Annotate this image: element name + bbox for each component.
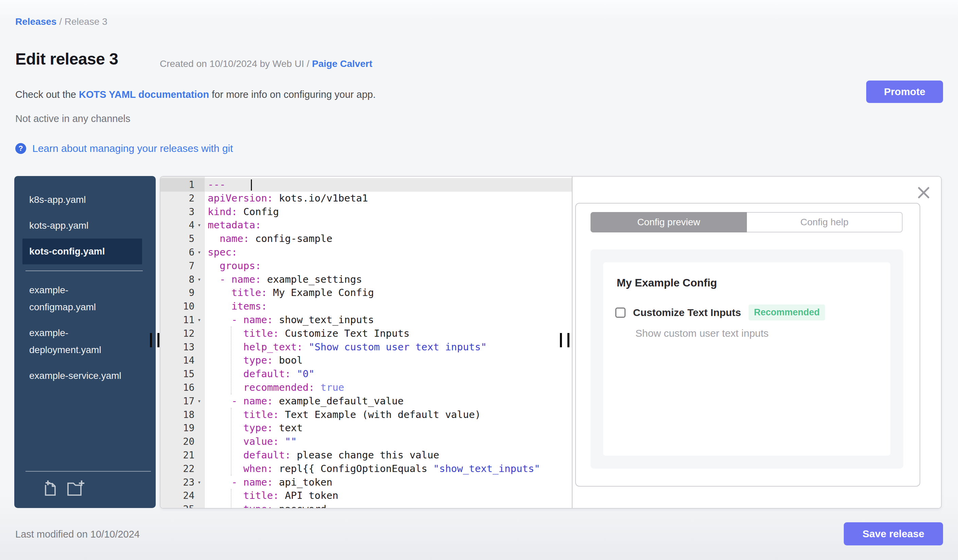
- code-line-text: name: config-sample: [205, 232, 572, 246]
- kots-yaml-docs-link[interactable]: KOTS YAML documentation: [79, 89, 209, 100]
- close-icon[interactable]: [917, 185, 931, 200]
- release-editor-page: Releases / Release 3 Edit release 3 Crea…: [0, 0, 958, 560]
- release-byline: Created on 10/10/2024 by Web UI / Paige …: [160, 59, 372, 69]
- code-line[interactable]: 16 recommended: true: [160, 381, 572, 394]
- code-line[interactable]: 1---: [160, 178, 572, 191]
- line-number: 17▾: [160, 394, 205, 408]
- line-number: 2: [160, 191, 205, 205]
- code-line[interactable]: 6▾spec:: [160, 246, 572, 259]
- fold-arrow-icon[interactable]: ▾: [195, 218, 203, 232]
- code-line[interactable]: 5 name: config-sample: [160, 232, 572, 246]
- line-number: 10: [160, 300, 205, 313]
- file-tree-item[interactable]: example- configmap.yaml: [14, 277, 148, 320]
- code-line[interactable]: 20 value: "": [160, 435, 572, 449]
- config-group-card: My Example Config Customize Text Inputs …: [603, 262, 890, 456]
- code-line[interactable]: 24 title: API token: [160, 489, 572, 503]
- fold-arrow-icon[interactable]: ▾: [195, 313, 203, 327]
- tab-config-help[interactable]: Config help: [747, 212, 902, 233]
- code-line[interactable]: 10 items:: [160, 300, 572, 313]
- file-tree-footer: [14, 472, 156, 508]
- git-releases-link[interactable]: Learn about managing your releases with …: [32, 143, 233, 154]
- code-line[interactable]: 4▾metadata:: [160, 218, 572, 232]
- file-tree-divider: [25, 271, 143, 271]
- add-folder-icon[interactable]: [67, 480, 86, 498]
- line-number: 20: [160, 435, 205, 449]
- code-line-text: type: password: [205, 503, 572, 508]
- code-line[interactable]: 25 type: password: [160, 503, 572, 508]
- line-number: 24: [160, 489, 205, 503]
- fold-arrow-icon[interactable]: ▾: [195, 246, 203, 259]
- config-item-row: Customize Text Inputs Recommended: [615, 304, 825, 320]
- code-line[interactable]: 18 title: Text Example (with default val…: [160, 408, 572, 422]
- code-line[interactable]: 9 title: My Example Config: [160, 286, 572, 300]
- editor-preview-drag-handle[interactable]: [560, 333, 570, 347]
- breadcrumb-releases-link[interactable]: Releases: [15, 16, 56, 27]
- file-tree-item[interactable]: kots-app.yaml: [14, 213, 148, 239]
- line-number: 16: [160, 381, 205, 394]
- promote-button[interactable]: Promote: [866, 81, 943, 103]
- line-number: 7: [160, 259, 205, 273]
- code-line-text: value: "": [205, 435, 572, 449]
- line-number: 1: [160, 178, 205, 191]
- docs-prefix: Check out the: [15, 89, 79, 100]
- config-preview-panel: Config preview Config help My Example Co…: [573, 177, 942, 508]
- line-number: 11▾: [160, 313, 205, 327]
- code-line-text: - name: show_text_inputs: [205, 313, 572, 327]
- code-line-text: title: Customize Text Inputs: [205, 327, 572, 340]
- breadcrumb-current: Release 3: [65, 16, 108, 27]
- code-line[interactable]: 14 type: bool: [160, 354, 572, 367]
- code-line[interactable]: 12 title: Customize Text Inputs: [160, 327, 572, 340]
- file-tree-primary-group: k8s-app.yamlkots-app.yamlkots-config.yam…: [14, 187, 148, 264]
- code-line[interactable]: 8▾ - name: example_settings: [160, 273, 572, 286]
- yaml-code-editor[interactable]: 1---2apiVersion: kots.io/v1beta13kind: C…: [160, 177, 572, 508]
- line-number: 3: [160, 205, 205, 219]
- code-line[interactable]: 23▾ - name: api_token: [160, 476, 572, 489]
- fold-arrow-icon[interactable]: ▾: [195, 273, 203, 286]
- line-number: 4▾: [160, 218, 205, 232]
- code-line[interactable]: 11▾ - name: show_text_inputs: [160, 313, 572, 327]
- file-tree-item[interactable]: k8s-app.yaml: [14, 187, 148, 213]
- code-line[interactable]: 19 type: text: [160, 421, 572, 435]
- code-line-text: title: API token: [205, 489, 572, 503]
- code-line[interactable]: 17▾ - name: example_default_value: [160, 394, 572, 408]
- code-line-text: when: repl{{ ConfigOptionEquals "show_te…: [205, 462, 572, 476]
- line-number: 18: [160, 408, 205, 422]
- file-tree-item[interactable]: example-service.yaml: [14, 363, 148, 389]
- save-release-button[interactable]: Save release: [844, 522, 943, 546]
- code-line-text: title: Text Example (with default value): [205, 408, 572, 422]
- code-line-text: kind: Config: [205, 205, 572, 219]
- config-group-title: My Example Config: [617, 277, 717, 289]
- customize-text-inputs-checkbox[interactable]: [615, 307, 625, 318]
- breadcrumb-separator: /: [56, 16, 64, 27]
- code-line[interactable]: 3kind: Config: [160, 205, 572, 219]
- code-line-text: recommended: true: [205, 381, 572, 394]
- line-number: 21: [160, 449, 205, 462]
- file-tree-item[interactable]: example- deployment.yaml: [14, 320, 148, 363]
- code-line-text: type: text: [205, 421, 572, 435]
- editor-and-preview-card: 1---2apiVersion: kots.io/v1beta13kind: C…: [160, 176, 942, 509]
- code-line[interactable]: 13 help_text: "Show custom user text inp…: [160, 340, 572, 354]
- byline-author-link[interactable]: Paige Calvert: [312, 59, 372, 69]
- code-line[interactable]: 21 default: please change this value: [160, 449, 572, 462]
- file-tree-secondary-group: example- configmap.yamlexample- deployme…: [14, 277, 148, 389]
- code-line-text: apiVersion: kots.io/v1beta1: [205, 191, 572, 205]
- git-releases-link-row[interactable]: ? Learn about managing your releases wit…: [15, 143, 233, 154]
- code-line[interactable]: 7 groups:: [160, 259, 572, 273]
- sidebar-editor-drag-handle[interactable]: [150, 333, 160, 347]
- channel-status: Not active in any channels: [15, 113, 130, 124]
- code-line[interactable]: 2apiVersion: kots.io/v1beta1: [160, 191, 572, 205]
- line-number: 25: [160, 503, 205, 508]
- line-number: 23▾: [160, 476, 205, 489]
- tab-config-preview[interactable]: Config preview: [590, 212, 747, 233]
- code-line[interactable]: 15 default: "0": [160, 367, 572, 381]
- code-line[interactable]: 22 when: repl{{ ConfigOptionEquals "show…: [160, 462, 572, 476]
- line-number: 6▾: [160, 246, 205, 259]
- fold-arrow-icon[interactable]: ▾: [195, 476, 203, 489]
- line-number: 13: [160, 340, 205, 354]
- file-tree-item[interactable]: kots-config.yaml: [22, 239, 142, 264]
- line-number: 19: [160, 421, 205, 435]
- fold-arrow-icon[interactable]: ▾: [195, 394, 203, 408]
- add-file-icon[interactable]: [41, 480, 59, 498]
- recommended-badge: Recommended: [749, 304, 825, 320]
- preview-tab-group: Config preview Config help: [590, 212, 902, 233]
